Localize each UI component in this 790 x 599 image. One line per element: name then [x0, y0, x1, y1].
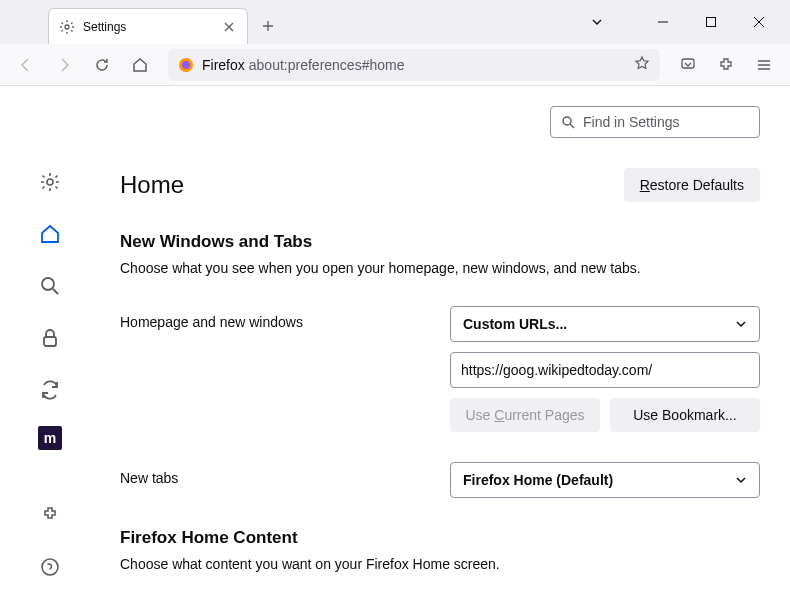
- urlbar-prefix: Firefox: [202, 57, 245, 73]
- page-title: Home: [120, 171, 184, 199]
- sidebar-item-mozilla[interactable]: m: [38, 426, 62, 450]
- tabs-dropdown-icon[interactable]: [574, 6, 620, 38]
- restore-defaults-button[interactable]: Restore Defaults: [624, 168, 760, 202]
- homepage-label: Homepage and new windows: [120, 306, 450, 330]
- urlbar-text: about:preferences#home: [249, 57, 634, 73]
- reload-button[interactable]: [86, 49, 118, 81]
- close-icon[interactable]: [221, 19, 237, 35]
- newtabs-label: New tabs: [120, 462, 450, 486]
- svg-rect-1: [707, 18, 716, 27]
- bookmark-star-icon[interactable]: [634, 55, 650, 75]
- homepage-mode-dropdown[interactable]: Custom URLs...: [450, 306, 760, 342]
- home-button[interactable]: [124, 49, 156, 81]
- new-tab-button[interactable]: [254, 12, 282, 40]
- tab-title: Settings: [83, 20, 221, 34]
- newtabs-dropdown[interactable]: Firefox Home (Default): [450, 462, 760, 498]
- section-desc-windows-tabs: Choose what you see when you open your h…: [120, 260, 760, 276]
- firefox-logo-icon: [178, 57, 194, 73]
- svg-point-9: [563, 117, 571, 125]
- menu-button[interactable]: [748, 49, 780, 81]
- sidebar-item-help[interactable]: [34, 551, 66, 583]
- back-button[interactable]: [10, 49, 42, 81]
- svg-point-3: [182, 61, 190, 69]
- find-in-settings-input[interactable]: Find in Settings: [550, 106, 760, 138]
- sidebar-item-privacy[interactable]: [34, 322, 66, 354]
- sidebar-item-general[interactable]: [34, 166, 66, 198]
- sidebar-item-search[interactable]: [34, 270, 66, 302]
- homepage-url-input[interactable]: [450, 352, 760, 388]
- section-title-windows-tabs: New Windows and Tabs: [120, 232, 760, 252]
- browser-tab[interactable]: Settings: [48, 8, 248, 44]
- use-bookmark-button[interactable]: Use Bookmark...: [610, 398, 760, 432]
- minimize-button[interactable]: [640, 6, 686, 38]
- forward-button[interactable]: [48, 49, 80, 81]
- url-bar[interactable]: Firefox about:preferences#home: [168, 49, 660, 81]
- gear-icon: [59, 19, 75, 35]
- sidebar-item-sync[interactable]: [34, 374, 66, 406]
- svg-point-0: [65, 25, 69, 29]
- svg-rect-7: [44, 337, 56, 346]
- search-placeholder: Find in Settings: [583, 114, 680, 130]
- svg-point-6: [42, 278, 54, 290]
- sidebar-item-extensions[interactable]: [34, 499, 66, 531]
- extensions-button[interactable]: [710, 49, 742, 81]
- maximize-button[interactable]: [688, 6, 734, 38]
- close-window-button[interactable]: [736, 6, 782, 38]
- sidebar-item-home[interactable]: [34, 218, 66, 250]
- svg-point-5: [47, 179, 53, 185]
- section-title-home-content: Firefox Home Content: [120, 528, 760, 548]
- pocket-button[interactable]: [672, 49, 704, 81]
- section-desc-home-content: Choose what content you want on your Fir…: [120, 556, 760, 572]
- use-current-pages-button[interactable]: Use Current Pages: [450, 398, 600, 432]
